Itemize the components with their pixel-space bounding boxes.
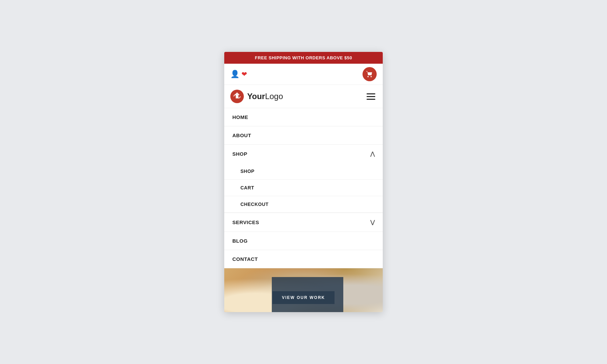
hamburger-line-1 [367,93,375,94]
promo-bar: FREE SHIPPING WITH ORDERS ABOVE $50 [224,52,383,64]
hamburger-line-2 [367,96,375,97]
nav-link-shop[interactable]: SHOP ⋀ [224,145,383,163]
chevron-down-icon: ⋁ [370,219,375,225]
submenu-link-cart[interactable]: CART [224,180,383,196]
utility-bar: 👤 ❤ [224,64,383,85]
logo-area: YourLogo [230,90,283,103]
chevron-up-icon: ⋀ [370,151,375,157]
nav-link-contact[interactable]: CONTACT [224,250,383,268]
submenu-link-checkout[interactable]: CHECKOUT [224,196,383,212]
shop-submenu: SHOP CART CHECKOUT [224,163,383,213]
hero-background: VIEW OUR WORK [224,268,383,312]
logo-bold: Your [247,92,265,101]
utility-icons: 👤 ❤ [230,70,247,79]
nav-item-services: SERVICES ⋁ [224,213,383,232]
cart-button[interactable] [363,67,377,81]
submenu-item-checkout: CHECKOUT [224,196,383,213]
submenu-link-shop[interactable]: SHOP [224,163,383,179]
nav-label-home: HOME [232,114,248,120]
nav-label-about: ABOUT [232,132,251,138]
view-work-button[interactable]: VIEW OUR WORK [272,291,335,304]
logo-text: YourLogo [247,92,283,101]
nav-label-contact: CONTACT [232,256,258,262]
hamburger-line-3 [367,99,375,100]
submenu-item-cart: CART [224,180,383,196]
nav-item-contact: CONTACT [224,250,383,268]
logo-icon [230,90,244,103]
nav-label-shop: SHOP [232,151,248,157]
nav-menu: HOME ABOUT SHOP ⋀ SHOP CART [224,108,383,268]
cart-icon [366,70,373,78]
nav-item-home: HOME [224,108,383,126]
nav-link-home[interactable]: HOME [224,108,383,126]
logo-regular: Logo [265,92,283,101]
user-icon[interactable]: 👤 [230,70,239,79]
nav-label-blog: BLOG [232,238,248,244]
nav-link-about[interactable]: ABOUT [224,126,383,144]
nav-label-services: SERVICES [232,219,259,225]
nav-item-blog: BLOG [224,232,383,250]
phone-frame: FREE SHIPPING WITH ORDERS ABOVE $50 👤 ❤ … [224,52,383,312]
nav-item-about: ABOUT [224,126,383,145]
submenu-item-shop: SHOP [224,163,383,180]
heart-icon[interactable]: ❤ [241,70,247,78]
nav-item-shop: SHOP ⋀ SHOP CART CHECKOUT [224,145,383,213]
nav-link-blog[interactable]: BLOG [224,232,383,250]
hero-section: VIEW OUR WORK [224,268,383,312]
promo-text: FREE SHIPPING WITH ORDERS ABOVE $50 [255,55,352,60]
logo-bar: YourLogo [224,85,383,108]
nav-link-services[interactable]: SERVICES ⋁ [224,213,383,232]
hamburger-button[interactable] [365,92,377,101]
